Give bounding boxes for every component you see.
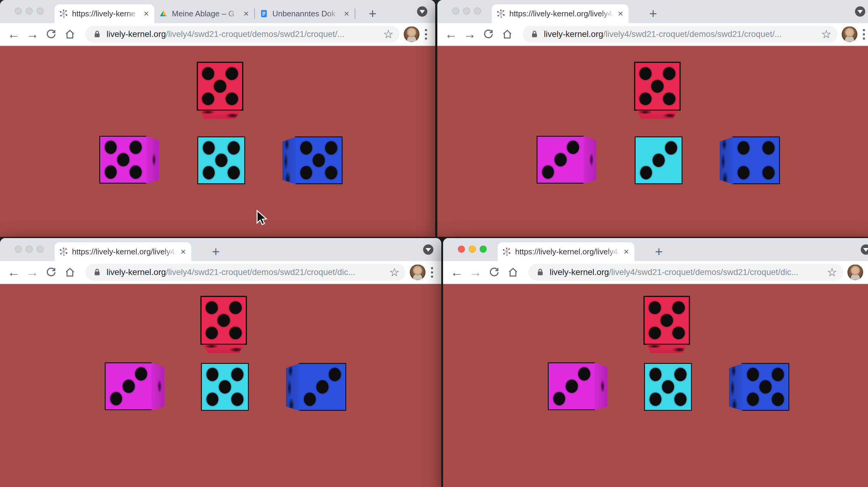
die-pip (110, 392, 122, 405)
bookmark-star-icon[interactable]: ☆ (389, 266, 400, 278)
chrome-menu-icon[interactable] (424, 28, 427, 41)
back-button[interactable]: ← (441, 26, 460, 43)
die-red[interactable] (644, 296, 690, 345)
die-blue[interactable] (299, 363, 346, 411)
die-blue[interactable] (295, 136, 343, 184)
die-blue[interactable] (732, 136, 780, 184)
forward-button[interactable]: → (23, 26, 42, 43)
profile-avatar[interactable] (847, 264, 863, 280)
home-button[interactable] (61, 26, 79, 43)
die-pip (325, 166, 337, 180)
minimize-window-button[interactable] (469, 246, 476, 253)
minimize-window-button[interactable] (26, 246, 33, 253)
new-tab-button[interactable]: + (208, 244, 223, 259)
tab-close-icon[interactable]: × (623, 247, 629, 256)
chrome-menu-icon[interactable] (862, 28, 865, 41)
browser-tab[interactable]: https://lively-kernel.org/lively4/× (492, 4, 629, 23)
die-pip (674, 393, 686, 406)
back-button[interactable]: ← (4, 264, 23, 281)
chrome-menu-icon[interactable] (430, 266, 433, 279)
minimize-window-button[interactable] (463, 7, 470, 14)
die-pip (663, 93, 676, 105)
zoom-window-button[interactable] (37, 246, 43, 253)
zoom-window-button[interactable] (37, 7, 43, 14)
home-button[interactable] (504, 264, 522, 281)
tab-close-icon[interactable]: × (180, 247, 186, 256)
die-pip (662, 380, 674, 393)
close-window-button[interactable] (458, 246, 465, 253)
die-magenta[interactable] (536, 136, 584, 184)
reload-button[interactable] (42, 264, 61, 281)
die-red[interactable] (634, 62, 681, 111)
tab-search-chevron-icon[interactable] (855, 6, 865, 17)
back-button[interactable]: ← (447, 264, 466, 281)
die-cyan[interactable] (634, 136, 682, 184)
tab-title: https://lively-kerne (72, 9, 139, 19)
browser-tab[interactable]: https://lively-kerne× (55, 4, 154, 23)
die-cyan[interactable] (201, 363, 249, 411)
browser-toolbar: ← → lively-kernel.org/lively4/swd21-croq… (437, 23, 868, 46)
browser-window-top-left: https://lively-kerne×Meine Ablage – G×Un… (0, 0, 435, 237)
back-button[interactable]: ← (4, 26, 23, 43)
reload-button[interactable] (479, 26, 498, 43)
tab-list: https://lively-kernel.org/lively4/× (492, 4, 629, 23)
die-pip (566, 380, 578, 393)
tab-close-icon[interactable]: × (243, 9, 249, 18)
close-window-button[interactable] (15, 246, 22, 253)
home-button[interactable] (61, 264, 79, 281)
new-tab-button[interactable]: + (651, 244, 666, 259)
tab-close-icon[interactable]: × (144, 9, 149, 18)
address-bar[interactable]: lively-kernel.org/lively4/swd21-croquet/… (528, 264, 843, 281)
reload-button[interactable] (42, 26, 61, 43)
die-pip (316, 380, 329, 393)
zoom-window-button[interactable] (474, 7, 481, 14)
tab-close-icon[interactable]: × (344, 9, 349, 18)
forward-button[interactable]: → (466, 264, 485, 281)
browser-tab[interactable]: https://lively-kernel.org/lively4/× (498, 242, 634, 261)
lively-favicon (497, 9, 505, 18)
browser-tab[interactable]: https://lively-kernel.org/lively4/× (55, 242, 191, 261)
address-bar[interactable]: lively-kernel.org/lively4/swd21-croquet/… (523, 26, 837, 43)
die-pip (578, 367, 590, 381)
tab-search-chevron-icon[interactable] (423, 245, 433, 255)
die-pip (215, 154, 227, 167)
bookmark-star-icon[interactable]: ☆ (383, 28, 394, 40)
tab-search-chevron-icon[interactable] (861, 245, 868, 255)
die-pip (231, 393, 243, 406)
die-cyan[interactable] (197, 136, 245, 184)
die-magenta[interactable] (99, 136, 147, 184)
traffic-lights (15, 7, 43, 14)
forward-button[interactable]: → (23, 264, 42, 281)
close-window-button[interactable] (15, 7, 22, 14)
tab-search-chevron-icon[interactable] (417, 6, 427, 17)
browser-tab[interactable]: Unbenanntes Dok× (255, 4, 355, 23)
tab-close-icon[interactable]: × (618, 9, 623, 18)
bookmark-star-icon[interactable]: ☆ (827, 266, 837, 278)
die-pip (203, 166, 215, 180)
home-button[interactable] (498, 26, 517, 43)
browser-tab[interactable]: Meine Ablage – G× (154, 4, 254, 23)
die-red[interactable] (200, 296, 247, 345)
die-magenta[interactable] (548, 362, 596, 410)
minimize-window-button[interactable] (26, 7, 33, 14)
new-tab-button[interactable]: + (365, 6, 380, 21)
die-pip (673, 301, 685, 314)
die-cyan[interactable] (644, 363, 692, 411)
docs-icon (260, 9, 268, 18)
address-bar[interactable]: lively-kernel.org/lively4/swd21-croquet/… (85, 26, 400, 43)
profile-avatar[interactable] (404, 26, 420, 42)
bookmark-star-icon[interactable]: ☆ (821, 28, 831, 40)
die-blue[interactable] (742, 363, 789, 411)
new-tab-button[interactable]: + (646, 6, 661, 21)
lively-favicon (502, 248, 511, 256)
zoom-window-button[interactable] (480, 246, 487, 253)
profile-avatar[interactable] (410, 264, 426, 280)
die-magenta[interactable] (105, 362, 153, 410)
die-pip (640, 166, 652, 180)
close-window-button[interactable] (452, 7, 459, 14)
profile-avatar[interactable] (842, 26, 858, 42)
die-red[interactable] (197, 62, 243, 111)
reload-button[interactable] (485, 264, 504, 281)
forward-button[interactable]: → (460, 26, 479, 43)
address-bar[interactable]: lively-kernel.org/lively4/swd21-croquet/… (85, 264, 406, 281)
